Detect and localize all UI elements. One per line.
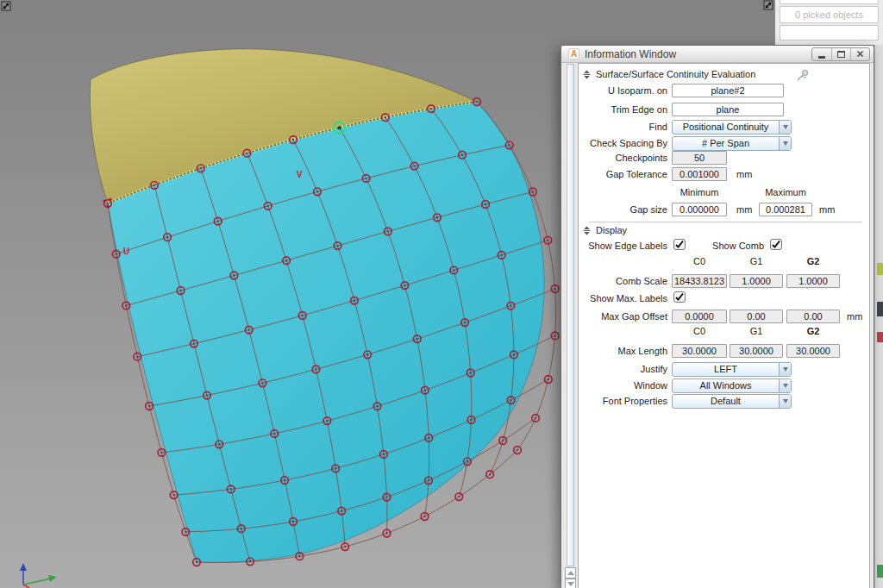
minimize-button[interactable]: [812, 48, 831, 60]
u-isoparm-field[interactable]: plane#2: [672, 84, 784, 97]
comb-scale-c0-field[interactable]: 18433.8123: [672, 274, 727, 288]
comb-scale-g1-field[interactable]: 1.0000: [730, 274, 783, 288]
find-label: Find: [579, 122, 667, 132]
max-length-label: Max Length: [579, 346, 667, 356]
prompt-input-line[interactable]: [780, 25, 879, 41]
application-window: VU 0 picked objects A Information Window: [0, 0, 883, 588]
dialog-titlebar[interactable]: A Information Window: [561, 46, 874, 63]
checkpoints-field[interactable]: 50: [672, 151, 727, 165]
g1-header: G1: [730, 256, 783, 266]
window-label: Window: [579, 380, 667, 391]
show-edge-labels-checkbox[interactable]: [673, 239, 686, 250]
palette-chip: [877, 565, 883, 578]
window-dropdown[interactable]: All Windows: [672, 378, 792, 393]
max-gap-offset-c0-field[interactable]: 0.0000: [672, 310, 727, 323]
gap-size-min-unit: mm: [736, 204, 752, 215]
gap-tolerance-unit: mm: [736, 169, 752, 179]
trim-edge-label: Trim Edge on: [579, 104, 667, 115]
section-collapse-icon[interactable]: [582, 70, 592, 79]
background-palette-sliver: [874, 45, 883, 588]
viewport-corner-grip-icon[interactable]: [764, 1, 773, 9]
triangle-down-icon: [567, 582, 574, 586]
find-value: Positional Continuity: [673, 121, 779, 134]
maximize-button[interactable]: [831, 48, 850, 60]
u-isoparm-label: U Isoparm. on: [579, 85, 667, 96]
max-length-c0-field[interactable]: 30.0000: [672, 344, 727, 358]
scrollbar-track[interactable]: [567, 64, 574, 566]
triangle-up-icon: [567, 571, 574, 575]
font-properties-value: Default: [673, 395, 779, 408]
gap-tolerance-label: Gap Tolerance: [579, 169, 667, 179]
dropdown-arrow-icon[interactable]: [779, 395, 791, 408]
checkpoints-label: Checkpoints: [579, 153, 667, 163]
window-buttons: [811, 47, 870, 61]
show-edge-labels-label: Show Edge Labels: [579, 241, 667, 251]
max-length-g2-field[interactable]: 30.0000: [786, 344, 840, 358]
close-icon: [856, 50, 864, 58]
scroll-up-button[interactable]: [565, 567, 576, 579]
palette-chip: [877, 302, 883, 316]
prompt-line-partial: [780, 0, 879, 4]
show-max-labels-checkbox[interactable]: [673, 291, 686, 303]
maximum-header: Maximum: [759, 187, 812, 197]
dropdown-arrow-icon[interactable]: [779, 121, 791, 134]
dialog-scrollbar[interactable]: [565, 63, 576, 588]
section-separator: [589, 222, 862, 222]
checkmark-icon: [674, 292, 685, 302]
comb-scale-label: Comb Scale: [579, 276, 667, 286]
find-dropdown[interactable]: Positional Continuity: [672, 120, 792, 134]
gap-size-min-field[interactable]: 0.000000: [672, 203, 727, 216]
c0-header: C0: [672, 326, 727, 336]
gap-size-max-unit: mm: [819, 204, 835, 215]
justify-label: Justify: [579, 364, 667, 374]
dropdown-arrow-icon[interactable]: [779, 137, 791, 150]
g1-header: G1: [730, 326, 783, 336]
minimize-icon: [818, 56, 825, 59]
max-gap-offset-label: Max Gap Offset: [579, 311, 667, 322]
scroll-down-button[interactable]: [565, 579, 576, 588]
max-gap-offset-g1-field[interactable]: 0.00: [730, 310, 783, 323]
check-spacing-label: Check Spacing By: [579, 138, 667, 148]
pin-icon[interactable]: [796, 68, 810, 82]
c0-header: C0: [672, 256, 727, 266]
max-gap-offset-unit: mm: [847, 311, 862, 322]
palette-chip: [877, 332, 883, 342]
trim-edge-field[interactable]: plane: [672, 103, 784, 116]
picked-objects-readout: 0 picked objects: [780, 6, 879, 23]
section-title-display[interactable]: Display: [596, 225, 627, 235]
g2-header: G2: [786, 256, 840, 266]
palette-chip: [877, 263, 883, 275]
show-max-labels-label: Show Max. Labels: [579, 293, 667, 303]
gap-size-label: Gap size: [579, 204, 667, 215]
checkmark-icon: [771, 240, 781, 249]
gap-size-max-field[interactable]: 0.000281: [759, 203, 812, 216]
alias-app-icon: A: [568, 48, 579, 59]
check-spacing-dropdown[interactable]: # Per Span: [672, 136, 792, 151]
comb-scale-g2-field[interactable]: 1.0000: [786, 274, 840, 288]
picked-objects-panel: 0 picked objects: [774, 0, 883, 45]
edge-label-u: U: [123, 247, 129, 256]
font-properties-dropdown[interactable]: Default: [672, 394, 792, 409]
dialog-title: Information Window: [585, 48, 676, 60]
section-collapse-icon[interactable]: [582, 226, 592, 235]
dialog-content: Surface/Surface Continuity Evaluation U …: [578, 63, 870, 588]
edge-label-v: V: [297, 170, 303, 179]
check-spacing-value: # Per Span: [673, 137, 779, 150]
dropdown-arrow-icon[interactable]: [779, 379, 791, 392]
information-window-dialog: A Information Window: [560, 45, 874, 588]
checkmark-icon: [674, 240, 685, 249]
justify-value: LEFT: [673, 363, 779, 376]
window-value: All Windows: [673, 379, 779, 392]
g2-header: G2: [786, 326, 840, 336]
maximize-icon: [837, 51, 845, 58]
section-title-continuity[interactable]: Surface/Surface Continuity Evaluation: [596, 69, 755, 79]
show-comb-checkbox[interactable]: [770, 239, 782, 250]
viewport-corner-grip-icon[interactable]: [2, 2, 10, 10]
justify-dropdown[interactable]: LEFT: [672, 362, 792, 377]
max-length-g1-field[interactable]: 30.0000: [730, 344, 783, 358]
dropdown-arrow-icon[interactable]: [779, 363, 791, 376]
close-button[interactable]: [850, 48, 869, 60]
show-comb-label: Show Comb: [687, 241, 764, 251]
max-gap-offset-g2-field[interactable]: 0.00: [786, 310, 840, 323]
gap-tolerance-field[interactable]: 0.001000: [672, 167, 727, 181]
